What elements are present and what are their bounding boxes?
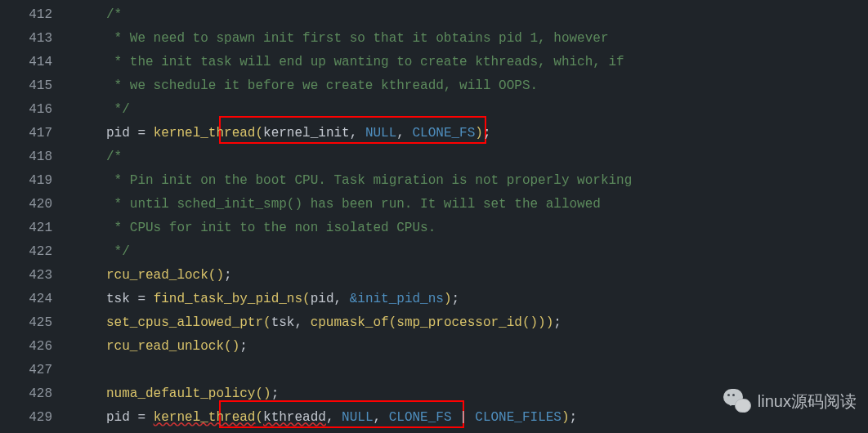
code-token: ) <box>562 410 570 425</box>
code-token: ) <box>546 315 554 330</box>
code-token: ( <box>263 315 271 330</box>
code-token: ( <box>302 292 311 306</box>
code-token: CLONE_FS <box>389 410 452 425</box>
code-token: ; <box>271 386 280 401</box>
code-token: ) <box>444 292 452 306</box>
code-token: * until sched_init_smp() has been run. I… <box>106 197 601 212</box>
line-number: 415 <box>3 74 52 98</box>
code-line[interactable]: * We need to spawn init first so that it… <box>62 27 868 51</box>
code-token: */ <box>106 244 130 259</box>
code-token: () <box>255 386 271 401</box>
code-token: ; <box>224 268 232 283</box>
code-editor: 4124134144154164174184194204214224234244… <box>0 0 868 433</box>
code-token: | <box>452 410 476 425</box>
code-token: , <box>333 292 349 306</box>
code-token: ) <box>475 126 483 141</box>
line-number: 428 <box>3 382 52 406</box>
line-number: 423 <box>3 264 52 288</box>
line-number: 417 <box>3 122 52 145</box>
code-token: kernel_thread <box>154 410 256 425</box>
code-token: = <box>130 292 154 306</box>
code-token: NULL <box>342 410 373 425</box>
code-token: tsk <box>271 315 295 330</box>
code-token: * We need to spawn init first so that it… <box>106 31 609 46</box>
code-token: pid <box>106 410 130 425</box>
code-token: * we schedule it before we create kthrea… <box>106 78 538 93</box>
code-token: /* <box>106 150 122 164</box>
code-token: CLONE_FILES <box>475 410 562 425</box>
code-token: kernel_init <box>263 126 350 141</box>
code-token: ; <box>452 292 460 306</box>
code-token: ; <box>553 315 562 330</box>
code-token: ( <box>255 410 263 425</box>
code-token: ; <box>570 410 578 425</box>
line-number: 416 <box>3 98 52 122</box>
code-line[interactable] <box>62 359 868 382</box>
code-token: ; <box>239 339 248 354</box>
code-token: pid <box>106 126 130 141</box>
code-token: numa_default_policy <box>106 386 255 401</box>
line-number: 427 <box>3 359 52 382</box>
code-token: = <box>130 126 154 141</box>
code-token: smp_processor_id <box>396 315 522 330</box>
line-number: 429 <box>3 406 52 430</box>
code-token: /* <box>106 7 122 22</box>
code-line[interactable]: * Pin init on the boot CPU. Task migrati… <box>62 169 868 193</box>
line-number: 414 <box>3 51 52 74</box>
code-token: kthreadd <box>263 410 326 425</box>
line-number: 425 <box>3 311 52 335</box>
code-line[interactable]: pid = kernel_thread(kthreadd, NULL, CLON… <box>62 406 868 430</box>
code-token: ) <box>538 315 546 330</box>
code-line[interactable]: numa_default_policy(); <box>62 382 868 406</box>
line-number: 422 <box>3 240 52 264</box>
code-token: () <box>522 315 538 330</box>
code-line[interactable]: * until sched_init_smp() has been run. I… <box>62 193 868 216</box>
code-token: * Pin init on the boot CPU. Task migrati… <box>106 173 632 188</box>
code-token: find_task_by_pid_ns <box>154 292 302 306</box>
line-number: 418 <box>3 145 52 169</box>
line-number: 420 <box>3 193 52 216</box>
code-token: , <box>373 410 388 425</box>
code-token: NULL <box>365 126 396 141</box>
code-token: * CPUs for init to the non isolated CPUs… <box>106 221 436 235</box>
line-number: 413 <box>3 27 52 51</box>
code-area[interactable]: linux源码阅读 /* * We need to spawn init fir… <box>59 0 868 433</box>
code-line[interactable]: tsk = find_task_by_pid_ns(pid, &init_pid… <box>62 288 868 311</box>
code-line[interactable]: */ <box>62 98 868 122</box>
line-number: 412 <box>3 3 52 27</box>
line-number: 424 <box>3 288 52 311</box>
code-line[interactable]: /* <box>62 3 868 27</box>
code-token: pid <box>311 292 334 306</box>
code-token: set_cpus_allowed_ptr <box>106 315 263 330</box>
code-token: () <box>208 268 224 283</box>
code-token: , <box>326 410 342 425</box>
line-number: 426 <box>3 335 52 359</box>
code-token: rcu_read_lock <box>106 268 208 283</box>
code-line[interactable]: * the init task will end up wanting to c… <box>62 51 868 74</box>
line-number: 419 <box>3 169 52 193</box>
code-token: , <box>294 315 310 330</box>
code-line[interactable]: /* <box>62 145 868 169</box>
code-token: , <box>396 126 412 141</box>
code-line[interactable]: rcu_read_lock(); <box>62 264 868 288</box>
code-token: tsk <box>106 292 130 306</box>
code-line[interactable]: * CPUs for init to the non isolated CPUs… <box>62 216 868 240</box>
code-token: ( <box>389 315 397 330</box>
code-line[interactable]: * we schedule it before we create kthrea… <box>62 74 868 98</box>
code-token: ( <box>255 126 263 141</box>
line-number: 421 <box>3 216 52 240</box>
code-token: ; <box>483 126 491 141</box>
code-token: * the init task will end up wanting to c… <box>106 55 624 69</box>
code-token: */ <box>106 102 130 117</box>
code-token: , <box>350 126 365 141</box>
code-token: () <box>224 339 239 354</box>
code-token: kernel_thread <box>154 126 256 141</box>
code-token: = <box>130 410 154 425</box>
code-line[interactable]: pid = kernel_thread(kernel_init, NULL, C… <box>62 122 868 145</box>
code-token: CLONE_FS <box>413 126 476 141</box>
code-token: rcu_read_unlock <box>106 339 224 354</box>
code-line[interactable]: rcu_read_unlock(); <box>62 335 868 359</box>
code-line[interactable]: */ <box>62 240 868 264</box>
code-line[interactable]: set_cpus_allowed_ptr(tsk, cpumask_of(smp… <box>62 311 868 335</box>
code-token: cpumask_of <box>311 315 389 330</box>
